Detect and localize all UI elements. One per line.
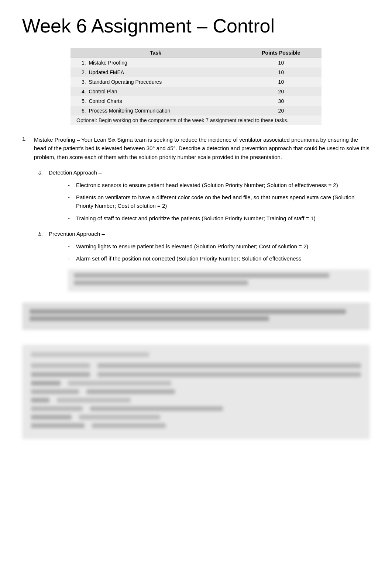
table-row: 2. Updated FMEA 10 — [71, 68, 321, 77]
main-content: 1. Mistake Proofing – Your Lean Six Sigm… — [22, 135, 370, 439]
blurred-prevention-continuation — [68, 269, 370, 292]
table-row: 5. Control Charts 30 — [71, 96, 321, 106]
prevention-label: b. Prevention Approach – — [38, 231, 370, 237]
points-cell: 30 — [241, 96, 321, 106]
bullet-dash: - — [68, 193, 73, 210]
table-row: 1. Mistake Proofing 10 — [71, 58, 321, 68]
bullet-text: Training of staff to detect and prioriti… — [76, 214, 316, 223]
detection-label: a. Detection Approach – — [38, 169, 370, 176]
table-header-points: Points Possible — [241, 48, 321, 58]
bullet-dash: - — [68, 181, 73, 189]
section-1-intro: Mistake Proofing – Your Lean Six Sigma t… — [34, 135, 370, 161]
page-title: Week 6 Assignment – Control — [22, 15, 370, 37]
bullet-dash: - — [68, 242, 73, 251]
section-1-num: 1. — [22, 135, 34, 161]
detection-sublabel: Detection Approach – — [49, 169, 102, 176]
prevention-sublabel: Prevention Approach – — [49, 231, 105, 237]
task-cell: 5. Control Charts — [71, 96, 241, 106]
detection-letter: a. — [38, 169, 47, 176]
detection-bullets: -Electronic sensors to ensure patient he… — [68, 181, 370, 223]
bullet-text: Electronic sensors to ensure patient hea… — [76, 181, 338, 189]
task-cell: 4. Control Plan — [71, 87, 241, 96]
prevention-section: b. Prevention Approach – -Warning lights… — [38, 231, 370, 292]
points-cell: 10 — [241, 77, 321, 87]
table-header-task: Task — [71, 48, 241, 58]
detection-bullet-item: -Electronic sensors to ensure patient he… — [68, 181, 370, 189]
table-row: 6. Process Monitoring Communication 20 — [71, 106, 321, 115]
prevention-letter: b. — [38, 231, 47, 237]
task-cell: 3. Standard Operating Procedures — [71, 77, 241, 87]
prevention-bullet-item: -Warning lights to ensure patient bed is… — [68, 242, 370, 251]
prevention-bullet-item: -Alarm set off if the position not corre… — [68, 254, 370, 263]
prevention-bullets: -Warning lights to ensure patient bed is… — [68, 242, 370, 263]
points-cell: 20 — [241, 106, 321, 115]
optional-note: Optional: Begin working on the component… — [71, 115, 321, 125]
detection-bullet-item: -Training of staff to detect and priorit… — [68, 214, 370, 223]
task-cell: 1. Mistake Proofing — [71, 58, 241, 68]
points-cell: 20 — [241, 87, 321, 96]
points-cell: 10 — [241, 68, 321, 77]
points-cell: 10 — [241, 58, 321, 68]
task-cell: 2. Updated FMEA — [71, 68, 241, 77]
section-1: 1. Mistake Proofing – Your Lean Six Sigm… — [22, 135, 370, 161]
bullet-dash: - — [68, 254, 73, 263]
bullet-text: Alarm set off if the position not correc… — [76, 254, 302, 263]
detection-section: a. Detection Approach – -Electronic sens… — [38, 169, 370, 223]
detection-bullet-item: -Patients on ventilators to have a diffe… — [68, 193, 370, 210]
task-cell: 6. Process Monitoring Communication — [71, 106, 241, 115]
blurred-table-section — [22, 345, 370, 439]
blurred-section-2 — [22, 303, 370, 330]
bullet-dash: - — [68, 214, 73, 223]
table-row: 4. Control Plan 20 — [71, 87, 321, 96]
bullet-text: Patients on ventilators to have a differ… — [76, 193, 370, 210]
table-row: 3. Standard Operating Procedures 10 — [71, 77, 321, 87]
assignment-table: Task Points Possible 1. Mistake Proofing… — [71, 48, 321, 125]
bullet-text: Warning lights to ensure patient bed is … — [76, 242, 308, 251]
